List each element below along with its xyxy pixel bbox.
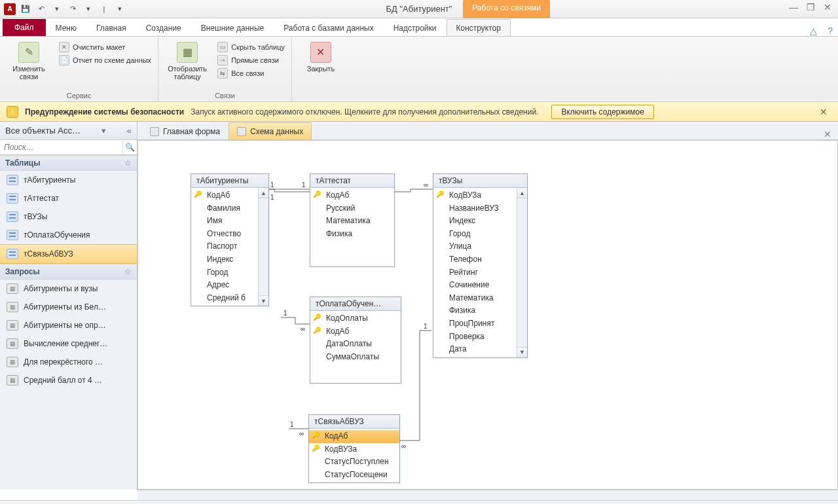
table-field[interactable]: Телефон	[433, 253, 517, 266]
window-max[interactable]: ❐	[804, 1, 817, 13]
table-field[interactable]: Средний б	[191, 292, 258, 305]
table-field[interactable]: Сочинение	[433, 279, 517, 292]
btn-hide-table[interactable]: ▭Скрыть таблицу	[217, 42, 285, 52]
qat-undo-dd[interactable]: ▾	[51, 3, 63, 15]
table-field[interactable]: Математика	[310, 215, 394, 228]
horizontal-scrollbar[interactable]	[137, 490, 838, 500]
table-field[interactable]: Имя	[191, 215, 258, 228]
doctab-main-form[interactable]: Главная форма	[141, 122, 228, 139]
qat-redo[interactable]: ↷	[67, 3, 79, 15]
table-field[interactable]: Физика	[433, 304, 517, 317]
table-field[interactable]: КодВУЗа	[309, 443, 399, 456]
nav-query-item[interactable]: ▦Абитуриенты из Бел…	[0, 298, 137, 316]
table-field[interactable]: НазваниеВУЗ	[433, 202, 517, 215]
table-field[interactable]: Фамилия	[191, 202, 258, 215]
tab-external[interactable]: Внешние данные	[191, 19, 274, 36]
nav-search-input[interactable]	[0, 140, 122, 154]
help-icon[interactable]: ?	[822, 26, 838, 36]
table-field[interactable]: ДатаОплаты	[310, 338, 401, 351]
tab-create[interactable]: Создание	[136, 19, 191, 36]
table-field[interactable]: КодВУЗа	[433, 189, 517, 202]
table-field[interactable]: Русский	[310, 202, 394, 215]
btn-clear-layout[interactable]: ✕Очистить макет	[59, 42, 151, 52]
table-field[interactable]: СтатусПоступлен	[309, 456, 399, 469]
scroll-up-icon[interactable]: ▲	[259, 188, 268, 198]
table-field[interactable]: КодАб	[310, 325, 401, 338]
cat-tables-header[interactable]: Таблицы☆	[0, 155, 137, 171]
nav-query-item[interactable]: ▦Для перекрёстного …	[0, 353, 137, 371]
query-icon: ▦	[7, 338, 18, 349]
btn-edit-links[interactable]: ✎ Изменить связи	[7, 39, 51, 81]
window-min[interactable]: —	[787, 1, 800, 13]
collapse-icon[interactable]: «	[127, 126, 132, 135]
scroll-down-icon[interactable]: ▼	[517, 347, 527, 357]
table-field[interactable]: Индекс	[191, 253, 258, 266]
table-field[interactable]: Адрес	[191, 279, 258, 292]
doctab-schema[interactable]: Схема данных	[228, 122, 312, 139]
table-field[interactable]: ПроцПринят	[433, 317, 517, 331]
table-vuzy[interactable]: тВУЗы КодВУЗаНазваниеВУЗИндексГородУлица…	[433, 173, 528, 358]
security-close[interactable]: ✕	[816, 107, 831, 117]
tab-addons[interactable]: Надстройки	[384, 19, 446, 36]
window-close[interactable]: ✕	[821, 1, 834, 13]
table-attestat[interactable]: тАттестат КодАбРусскийМатематикаФизика	[310, 173, 395, 267]
nav-query-item[interactable]: ▦Средний балл от 4 …	[0, 371, 137, 389]
table-field[interactable]: Город	[433, 228, 517, 241]
scrollbar[interactable]: ▲▼	[517, 188, 527, 357]
doctab-close[interactable]: ✕	[817, 129, 838, 139]
table-field[interactable]: КодАб	[191, 189, 258, 202]
qat-undo[interactable]: ↶	[35, 3, 47, 15]
nav-header[interactable]: Все объекты Acc… ▾ «	[0, 122, 137, 140]
qat-redo-dd[interactable]: ▾	[82, 3, 94, 15]
table-field[interactable]: Физика	[310, 228, 394, 241]
table-field[interactable]: Отчество	[191, 228, 258, 241]
table-field[interactable]: Город	[191, 266, 258, 279]
nav-search: 🔍	[0, 140, 137, 155]
table-field[interactable]: Улица	[433, 240, 517, 253]
nav-query-item[interactable]: ▦Абитуриенты и вузы	[0, 279, 137, 298]
tab-constructor[interactable]: Конструктор	[446, 19, 511, 36]
table-svyaz[interactable]: тСвязьАбВУЗ КодАбКодВУЗаСтатусПоступленС…	[308, 414, 400, 483]
qat-customize[interactable]: ▾	[114, 3, 126, 15]
nav-table-item[interactable]: тАбитуриенты	[0, 171, 137, 189]
nav-query-item[interactable]: ▦Вычисление среднег…	[0, 334, 137, 353]
table-abituriyenty[interactable]: тАбитуриенты КодАбФамилияИмяОтчествоПасп…	[191, 173, 269, 306]
btn-direct-links[interactable]: ⇢Прямые связи	[217, 55, 285, 65]
scroll-down-icon[interactable]: ▼	[259, 295, 268, 306]
tab-menu[interactable]: Меню	[46, 19, 86, 36]
enable-content-button[interactable]: Включить содержимое	[551, 105, 653, 119]
cat-queries-header[interactable]: Запросы☆	[0, 264, 137, 279]
nav-table-item[interactable]: тСвязьАбВУЗ	[0, 244, 137, 264]
table-field[interactable]: Индекс	[433, 215, 517, 228]
nav-table-item[interactable]: тОплатаОбучения	[0, 226, 137, 244]
table-field[interactable]: КодАб	[309, 430, 399, 443]
table-field[interactable]: КодОплаты	[310, 312, 401, 325]
search-icon[interactable]: 🔍	[122, 140, 137, 154]
table-field[interactable]: Математика	[433, 292, 517, 305]
tab-dbtools[interactable]: Работа с базами данных	[274, 19, 383, 36]
tab-file[interactable]: Файл	[3, 19, 46, 36]
table-field[interactable]: СуммаОплаты	[310, 351, 401, 364]
relationships-canvas[interactable]: 11 1∞ 1∞ 1∞ ∞1 тАбитуриенты КодАбФамилия…	[137, 140, 838, 490]
nav-table-item[interactable]: тАттестат	[0, 189, 137, 207]
btn-show-table[interactable]: ▦ Отобразить таблицу	[165, 39, 210, 81]
app-title: БД "Абитуриент"	[386, 4, 452, 14]
qat-save[interactable]: 💾	[20, 3, 31, 15]
btn-all-links[interactable]: ⇆Все связи	[217, 68, 285, 79]
btn-close[interactable]: ✕ Закрыть	[299, 39, 343, 73]
table-oplata[interactable]: тОплатаОбучен… КодОплатыКодАбДатаОплатыС…	[310, 297, 401, 384]
tab-home[interactable]: Главная	[86, 19, 136, 36]
table-field[interactable]: СтатусПосещени	[309, 469, 399, 482]
btn-report[interactable]: 📄Отчет по схеме данных	[59, 55, 151, 65]
scrollbar[interactable]: ▲▼	[258, 188, 268, 306]
nav-table-item[interactable]: тВУЗы	[0, 207, 137, 226]
nav-query-item[interactable]: ▦Абитуриенты не опр…	[0, 316, 137, 334]
table-header: тАбитуриенты	[191, 174, 268, 188]
ribbon-minimize-icon[interactable]: △	[805, 26, 822, 36]
table-field[interactable]: Паспорт	[191, 240, 258, 253]
table-field[interactable]: Дата	[433, 343, 517, 356]
table-field[interactable]: Рейтинг	[433, 266, 517, 279]
table-field[interactable]: Проверка	[433, 331, 517, 344]
scroll-up-icon[interactable]: ▲	[517, 188, 527, 198]
table-field[interactable]: КодАб	[310, 189, 394, 202]
